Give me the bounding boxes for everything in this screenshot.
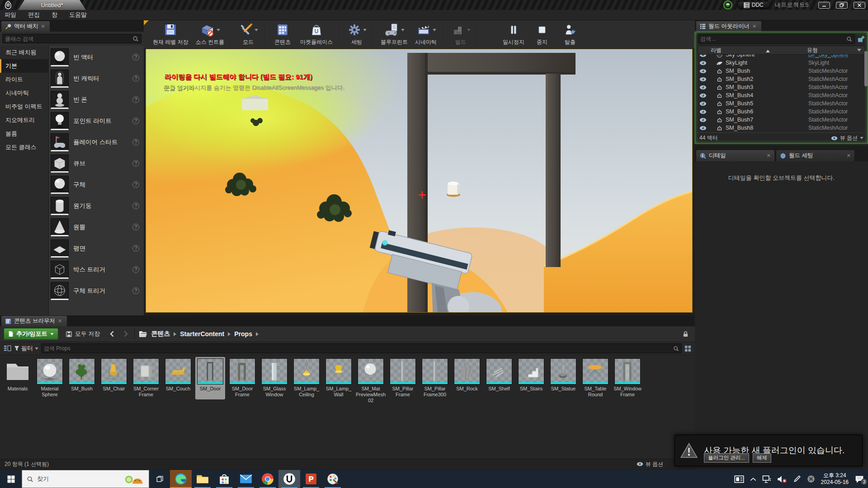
tab-content-browser[interactable]: 콘텐츠 브라우저 ✕ <box>1 315 67 326</box>
asset-item[interactable]: SM_Lamp_Ceiling <box>292 357 321 399</box>
toolbar-modes-button[interactable]: 모드 <box>234 21 262 47</box>
breadcrumb-item[interactable]: 콘텐츠 <box>151 330 170 338</box>
manage-plugins-button[interactable]: 플러그인 관리... <box>704 453 749 463</box>
outliner-row[interactable]: SM_Bush2 StaticMeshActor <box>698 75 865 83</box>
sidebar-category[interactable]: 라이트 <box>0 73 48 86</box>
help-icon[interactable]: ? <box>132 139 139 145</box>
taskbar-app-unreal[interactable] <box>278 470 300 488</box>
taskbar-search[interactable]: 찾기 <box>22 470 149 488</box>
toolbar-pause-button[interactable]: 일시정지 <box>499 21 528 47</box>
place-actor-item[interactable]: 박스 트리거 ? <box>49 259 144 280</box>
column-type[interactable]: 유형 <box>807 47 865 54</box>
eye-visibility-icon[interactable] <box>698 77 708 82</box>
add-import-button[interactable]: 추가/임포트 <box>4 328 58 340</box>
taskbar-app-store[interactable] <box>213 470 235 488</box>
toolbar-content-button[interactable]: 콘텐츠 <box>269 21 297 47</box>
ime-board-icon[interactable] <box>734 475 744 483</box>
eye-visibility-icon[interactable] <box>698 85 708 90</box>
volume-muted-icon[interactable] <box>777 475 787 483</box>
place-actor-item[interactable]: 빈 캐릭터 ? <box>49 68 144 89</box>
taskbar-app-explorer[interactable] <box>192 470 213 488</box>
menu-item[interactable]: 창 <box>52 11 57 19</box>
breadcrumb-item[interactable]: StarterContent <box>180 330 224 338</box>
column-label[interactable]: 라벨 <box>698 47 807 54</box>
view-settings-icon[interactable] <box>684 345 691 352</box>
place-actor-item[interactable]: 구체 ? <box>49 174 144 195</box>
asset-item[interactable]: SM_PillarFrame <box>388 357 418 399</box>
taskbar-app-chrome[interactable] <box>257 470 278 488</box>
outliner-row[interactable]: SM_Bush8 StaticMeshActor <box>698 124 865 132</box>
toolbar-marketplace-button[interactable]: 마켓플레이스 <box>297 21 336 47</box>
sidebar-category[interactable]: 지오메트리 <box>0 113 48 127</box>
asset-item[interactable]: SM_PillarFrame300 <box>420 357 450 399</box>
outliner-row[interactable]: SM_Bush7 StaticMeshActor <box>698 116 865 124</box>
outliner-scrollbar[interactable] <box>864 51 868 86</box>
forward-arrow-icon[interactable] <box>121 330 131 338</box>
toolbar-blueprints-button[interactable]: 블루프린트 <box>377 21 411 47</box>
breadcrumb-item[interactable]: Props <box>234 330 252 338</box>
menu-item[interactable]: 도움말 <box>69 11 87 19</box>
toolbar-save-button[interactable]: 현재 레벨 저장 <box>149 21 192 47</box>
taco-highlight-icon[interactable] <box>124 473 144 485</box>
help-icon[interactable]: ? <box>132 75 139 82</box>
eye-visibility-icon[interactable] <box>698 101 708 106</box>
menu-item[interactable]: 편집 <box>28 11 40 19</box>
eye-visibility-icon[interactable] <box>698 126 708 131</box>
sidebar-category[interactable]: 기본 <box>0 59 48 73</box>
outliner-row[interactable]: Sky Sphere BP_Sky_Sphere <box>698 55 865 59</box>
asset-item[interactable]: SM_GlassWindow <box>259 357 289 399</box>
sidebar-category[interactable]: 볼륨 <box>0 127 48 141</box>
outliner-row[interactable]: SM_Bush3 StaticMeshActor <box>698 83 865 91</box>
sidebar-category[interactable]: 모든 클래스 <box>0 141 48 154</box>
dismiss-button[interactable]: 해제 <box>753 453 771 463</box>
eye-visibility-icon[interactable] <box>698 61 708 66</box>
outliner-search-input[interactable] <box>700 36 846 42</box>
close-icon[interactable]: ✕ <box>41 23 46 29</box>
pen-icon[interactable] <box>793 475 801 483</box>
place-actor-item[interactable]: 빈 폰 ? <box>49 89 144 110</box>
outliner-row[interactable]: SkyLight SkyLight <box>698 59 865 67</box>
taskbar-app-mail[interactable] <box>235 470 257 488</box>
eye-visibility-icon[interactable] <box>698 117 708 122</box>
filter-button[interactable]: 필터 <box>14 344 38 352</box>
add-actor-icon[interactable] <box>857 35 865 42</box>
place-actor-item[interactable]: 원기둥 ? <box>49 195 144 216</box>
asset-item[interactable]: SM_Door <box>195 357 225 399</box>
toolbar-stop-button[interactable]: 중지 <box>528 21 556 47</box>
outliner-row[interactable]: SM_Bush5 StaticMeshActor <box>698 99 865 108</box>
class-search-input[interactable] <box>5 36 132 42</box>
asset-item[interactable]: SM_Lamp_Wall <box>324 357 354 399</box>
asset-item[interactable]: Materials <box>3 357 33 399</box>
back-arrow-icon[interactable] <box>107 330 117 338</box>
eye-visibility-icon[interactable] <box>698 69 708 74</box>
help-icon[interactable]: ? <box>132 96 139 103</box>
toolbar-eject-button[interactable]: 탈출 <box>556 21 584 47</box>
help-icon[interactable]: ? <box>132 181 139 188</box>
outliner-row[interactable]: SM_Bush StaticMeshActor <box>698 67 865 75</box>
action-center-icon[interactable]: 3 <box>854 475 864 483</box>
x-circle-icon[interactable] <box>807 475 815 483</box>
restore-button[interactable] <box>836 2 848 9</box>
ddc-button[interactable]: DDC <box>737 1 770 9</box>
asset-item[interactable]: SM_Statue <box>548 357 578 399</box>
help-icon[interactable]: ? <box>132 287 139 294</box>
place-actor-item[interactable]: 빈 액터 ? <box>49 47 144 68</box>
level-tab[interactable]: Untitled* <box>18 0 86 10</box>
outliner-row[interactable]: SM_Bush6 StaticMeshActor <box>698 108 865 116</box>
help-icon[interactable]: ? <box>132 224 139 230</box>
eye-visibility-icon[interactable] <box>698 109 708 114</box>
tab-world-settings[interactable]: 월드 세팅 ✕ <box>776 150 855 161</box>
toolbar-cinematics-button[interactable]: 시네마틱 <box>411 21 440 47</box>
asset-item[interactable]: SM_MatPreviewMesh02 <box>356 357 386 405</box>
asset-item[interactable]: SM_Shelf <box>484 357 514 399</box>
tab-details[interactable]: 디테일 ✕ <box>696 150 775 161</box>
tab-place-actors[interactable]: 액터 배치 ✕ <box>1 21 50 32</box>
outliner-row[interactable]: SM_Bush4 StaticMeshActor <box>698 91 865 99</box>
chevron-up-icon[interactable] <box>750 477 756 481</box>
taskbar-app-edge[interactable] <box>170 470 192 488</box>
lock-icon[interactable] <box>683 331 689 338</box>
asset-item[interactable]: SM_Couch <box>163 357 193 399</box>
toolbar-build-button[interactable]: 빌드 <box>447 21 475 47</box>
tab-world-outliner[interactable]: 월드 아웃라이너 ✕ <box>696 21 762 32</box>
asset-item[interactable]: SM_TableRound <box>580 357 610 399</box>
